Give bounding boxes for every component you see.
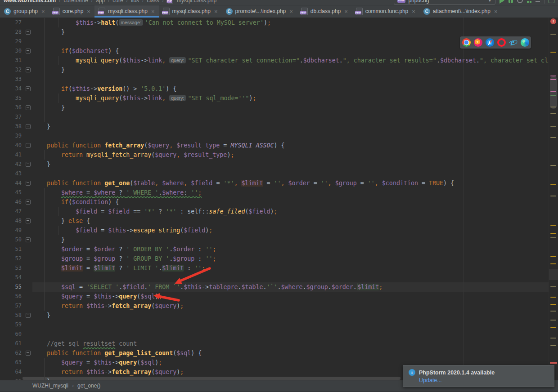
code-line-40[interactable]: 40 public function fetch_array($query, $… — [0, 141, 549, 150]
tab-common.func.php[interactable]: common.func.php× — [352, 5, 419, 18]
opera-icon[interactable] — [497, 38, 506, 47]
tab-label: mysqli.class.php — [108, 8, 148, 14]
chrome-icon[interactable] — [462, 38, 471, 47]
fold-icon[interactable] — [26, 30, 31, 35]
fold-icon[interactable] — [26, 86, 31, 91]
code-line-38[interactable]: 38 } — [0, 122, 549, 131]
tab-group.php[interactable]: Cgroup.php× — [0, 5, 49, 18]
nav-breadcrumb-item[interactable]: core — [112, 0, 123, 4]
code-line-51[interactable]: 51 $order = $order ? ' ORDER BY '.$order… — [0, 245, 549, 254]
code-text: public function get_one($table, $where, … — [32, 178, 549, 188]
fold-icon[interactable] — [26, 49, 31, 53]
code-line-45[interactable]: 45 $where = $where ? ' WHERE '.$where: '… — [0, 188, 549, 197]
tab-close-icon[interactable]: × — [214, 8, 218, 15]
code-line-31[interactable]: 31 mysqli_query($this->link, query:"SET … — [0, 56, 549, 65]
tab-mysqli.class.php[interactable]: mysqli.class.php× — [94, 5, 159, 18]
fold-icon[interactable] — [26, 237, 31, 242]
code-line-53[interactable]: 53 $limit = $limit ? ' LIMIT '.$limit : … — [0, 263, 549, 273]
code-line-39[interactable]: 39 — [0, 131, 549, 141]
update-link[interactable]: Update... — [419, 377, 442, 383]
run-icon[interactable] — [500, 0, 504, 4]
tab-mysql.class.php[interactable]: mysql.class.php× — [159, 5, 222, 18]
code-line-32[interactable]: 32 } — [0, 65, 549, 75]
line-number: 45 — [0, 188, 24, 197]
debug-icon[interactable] — [508, 0, 513, 3]
code-line-55[interactable]: 55 $sql = 'SELECT '.$field.' FROM `'.$th… — [0, 282, 549, 292]
tab-close-icon[interactable]: × — [344, 8, 348, 15]
code-line-37[interactable]: 37 — [0, 112, 549, 122]
code-line-49[interactable]: 49 $field = $this->escape_string($field)… — [0, 226, 549, 235]
horizontal-scrollbar[interactable] — [22, 377, 400, 380]
code-line-57[interactable]: 57 return $this->fetch_array($query); — [0, 301, 549, 311]
fold-icon[interactable] — [26, 181, 31, 186]
tab-close-icon[interactable]: × — [87, 8, 90, 15]
fold-icon[interactable] — [26, 313, 31, 318]
nav-breadcrumb-item[interactable]: class — [147, 0, 159, 4]
fold-icon[interactable] — [26, 200, 31, 205]
code-line-33[interactable]: 33 — [0, 75, 549, 84]
tab-core.php[interactable]: core.php× — [49, 5, 94, 18]
fold-icon[interactable] — [26, 218, 31, 223]
nav-breadcrumb-item[interactable]: app — [96, 0, 105, 4]
nav-breadcrumb-item[interactable]: mysqli.class.php — [177, 0, 216, 4]
nav-breadcrumb-item[interactable]: libs — [131, 0, 139, 4]
code-line-48[interactable]: 48 } else { — [0, 216, 549, 226]
code-line-34[interactable]: 34 if($this->version() > '5.0.1') { — [0, 84, 549, 94]
code-line-50[interactable]: 50 } — [0, 235, 549, 245]
nav-breadcrumb: www.wuzhicms.com/coreframe/app/core/libs… — [4, 0, 216, 4]
nav-breadcrumb-item[interactable]: www.wuzhicms.com — [4, 0, 56, 4]
tab-close-icon[interactable]: × — [41, 8, 45, 15]
code-line-27[interactable]: 27 $this->halt(message:'Can not connect … — [0, 18, 549, 27]
gutter-area — [24, 245, 32, 254]
code-line-56[interactable]: 56 $query = $this->query($sql); — [0, 292, 549, 301]
breadcrumb-item[interactable]: get_one() — [77, 383, 100, 389]
fold-icon[interactable] — [26, 105, 31, 110]
code-line-35[interactable]: 35 mysqli_query($this->link, query:"SET … — [0, 94, 549, 103]
code-line-46[interactable]: 46 if($condition) { — [0, 197, 549, 207]
code-line-47[interactable]: 47 $field = $field == '*' ? '*' : self::… — [0, 207, 549, 216]
run-config-select[interactable]: PHP phpdcug ▼ — [394, 0, 495, 5]
line-number: 51 — [0, 245, 24, 254]
edge-icon[interactable] — [521, 38, 529, 47]
tab-close-icon[interactable]: × — [289, 8, 293, 15]
code-line-58[interactable]: 58 } — [0, 311, 549, 320]
code-line-43[interactable]: 43 — [0, 169, 549, 178]
code-line-36[interactable]: 36 } — [0, 103, 549, 112]
code-line-52[interactable]: 52 $group = $group ? ' GROUP BY '.$group… — [0, 254, 549, 263]
fold-icon[interactable] — [26, 124, 31, 129]
firefox-icon[interactable] — [474, 38, 482, 47]
tab-promote-...-index.php[interactable]: Cpromote\...\index.php× — [222, 5, 297, 18]
tab-db.class.php[interactable]: db.class.php× — [297, 5, 352, 18]
vertical-scrollbar-thumb[interactable] — [550, 76, 557, 109]
fold-icon[interactable] — [26, 162, 31, 167]
stripe-mark — [550, 91, 556, 92]
code-line-62[interactable]: 62 public function get_page_list_count($… — [0, 348, 549, 358]
ie-icon[interactable] — [509, 38, 518, 47]
tab-close-icon[interactable]: × — [494, 8, 498, 15]
fold-icon[interactable] — [26, 67, 31, 72]
inspections-error-icon[interactable]: ! — [550, 18, 556, 24]
tab-close-icon[interactable]: × — [151, 8, 155, 15]
code-line-54[interactable]: 54 — [0, 273, 549, 282]
tab-close-icon[interactable]: × — [412, 8, 415, 15]
code-text: $group = $group ? ' GROUP BY '.$group : … — [32, 254, 549, 263]
code-line-61[interactable]: 61 //get sql resultset count — [0, 339, 549, 348]
safari-icon[interactable] — [486, 38, 494, 47]
fold-icon[interactable] — [26, 351, 31, 356]
code-line-59[interactable]: 59 — [0, 320, 549, 330]
grid-icon[interactable] — [527, 0, 531, 3]
nav-breadcrumb-item[interactable]: coreframe — [64, 0, 88, 4]
code-line-44[interactable]: 44 public function get_one($table, $wher… — [0, 178, 549, 188]
code-line-60[interactable]: 60 — [0, 330, 549, 339]
tab-attachment-...-index.php[interactable]: Cattachment\...\index.php× — [419, 5, 502, 18]
breadcrumb-item[interactable]: WUZHI_mysqli — [32, 383, 68, 389]
code-line-42[interactable]: 42 } — [0, 160, 549, 169]
code-line-41[interactable]: 41 return mysqli_fetch_array($query, $re… — [0, 150, 549, 160]
run-config-label: phpdcug — [408, 0, 429, 4]
coverage-icon[interactable] — [517, 0, 523, 3]
fold-icon[interactable] — [26, 143, 31, 148]
code-line-28[interactable]: 28 } — [0, 27, 549, 37]
stop-icon[interactable] — [536, 1, 540, 2]
editor-content[interactable]: 27 $this->halt(message:'Can not connect … — [0, 18, 549, 380]
window-icon[interactable] — [549, 0, 554, 3]
